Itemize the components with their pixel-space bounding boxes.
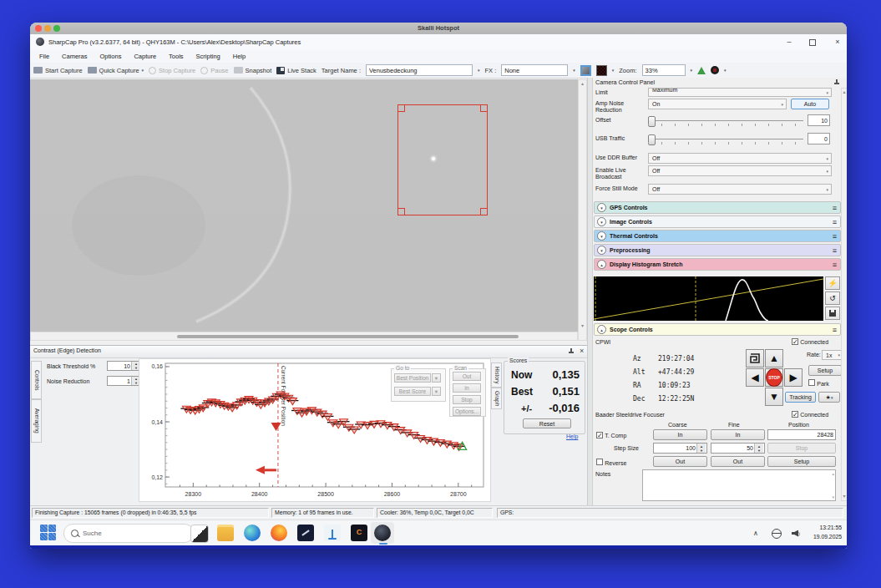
slew-stop-button[interactable]: STOP (765, 368, 783, 387)
control-select-1[interactable]: On▾ (648, 99, 787, 109)
histogram-tool-icon[interactable] (697, 67, 706, 74)
pause-button[interactable]: Pause (200, 67, 228, 74)
sharpcap-titlebar[interactable]: SharpCap Pro (v3.2.6377, 64 bit) - QHY16… (30, 34, 847, 51)
histogram-stretch-display[interactable] (594, 276, 823, 321)
control-select-6[interactable]: Off▾ (648, 184, 832, 195)
scroll-up-icon[interactable]: ▴ (579, 80, 586, 88)
planetarium-app-icon[interactable] (297, 525, 314, 541)
chevron-down-icon[interactable]: ▾ (573, 68, 575, 73)
reticle-tool-icon[interactable] (711, 66, 719, 74)
focuser-stop-button[interactable]: Stop (767, 443, 836, 454)
horizontal-scroll-thumb[interactable] (177, 335, 519, 338)
file-explorer-icon[interactable] (217, 525, 234, 541)
cpwi-app-icon[interactable]: C (351, 525, 367, 541)
taskbar-search[interactable]: Suche (63, 524, 194, 543)
start-button[interactable] (40, 525, 57, 541)
selection-handle[interactable] (397, 208, 405, 215)
host-titlebar[interactable]: Skalli Hotspot (30, 23, 847, 35)
auto-stretch-button[interactable]: ⚡ (825, 276, 840, 290)
pin-icon[interactable] (568, 348, 575, 355)
edge-browser-icon[interactable] (244, 525, 261, 541)
taskbar-clock[interactable]: 13:21:55 19.09.2025 (813, 524, 842, 542)
speaker-icon[interactable]: ) (792, 520, 800, 546)
control-select-4[interactable]: Off▾ (648, 153, 832, 164)
black-threshold-input[interactable]: 10 ▲▼ (107, 361, 142, 371)
chevron-down-icon[interactable]: ▾ (478, 68, 480, 73)
section-scope-controls[interactable]: ▴ Scope Controls ≡ (594, 323, 841, 336)
mono-display-swatch[interactable] (580, 65, 591, 76)
focuser-position-field[interactable]: 28428 (767, 429, 836, 440)
start-capture-button[interactable]: Start Capture (33, 67, 83, 74)
fine-step-input[interactable]: 50 ▲▼ (711, 443, 765, 454)
park-checkbox[interactable]: Park (808, 379, 829, 388)
scores-reset-button[interactable]: Reset (523, 418, 571, 428)
scan-in-button[interactable]: In (453, 383, 481, 393)
firefox-icon[interactable] (271, 525, 287, 541)
chevron-down-icon[interactable]: ▾ (724, 68, 727, 73)
tab-history[interactable]: History (491, 362, 502, 388)
section-image-controls[interactable]: ▾Image Controls≡ (594, 215, 841, 228)
section-thermal-controls[interactable]: ▾Thermal Controls≡ (594, 230, 841, 242)
close-icon[interactable]: × (580, 347, 584, 355)
slider-value-2[interactable]: 10 (808, 114, 830, 126)
task-view-icon[interactable] (190, 525, 209, 543)
slew-left-button[interactable]: ◀ (746, 368, 764, 387)
spiral-search-button[interactable] (746, 349, 764, 368)
spinner-arrows-icon[interactable]: ▲▼ (754, 444, 763, 453)
section-menu-icon[interactable]: ≡ (833, 232, 837, 241)
section-display-histogram-stretch[interactable]: ▴Display Histogram Stretch≡ (594, 258, 841, 271)
zoom-select[interactable]: 33% (642, 64, 686, 76)
fine-out-button[interactable]: Out (711, 456, 765, 467)
slew-right-button[interactable]: ▶ (784, 368, 803, 387)
menu-item-file[interactable]: File (39, 53, 49, 60)
menu-item-options[interactable]: Options (100, 53, 122, 60)
tcomp-checkbox[interactable]: ✓ T. Comp (596, 432, 626, 439)
control-select-0[interactable]: Maximum▾ (648, 88, 832, 97)
scan-stop-button[interactable]: Stop (453, 395, 481, 404)
help-link[interactable]: Help (566, 433, 578, 439)
network-globe-icon[interactable] (772, 520, 782, 546)
section-menu-icon[interactable]: ≡ (833, 218, 837, 226)
selection-handle[interactable] (480, 208, 488, 215)
chevron-down-icon[interactable]: ▾ (612, 68, 615, 73)
horizontal-scrollbar[interactable] (30, 332, 578, 341)
scroll-up-icon[interactable]: ▴ (842, 89, 847, 96)
goto-best-position-button[interactable]: Best Position (394, 373, 431, 383)
auto-button[interactable]: Auto (791, 99, 829, 109)
tab-graph[interactable]: Graph (491, 388, 502, 409)
stop-capture-button[interactable]: Stop Capture (149, 67, 195, 74)
noise-reduction-input[interactable]: 1 ▲▼ (107, 376, 142, 386)
restore-button[interactable] (803, 37, 822, 48)
spinner-arrows-icon[interactable]: ▲▼ (696, 444, 706, 453)
focuser-setup-button[interactable]: Setup (767, 456, 836, 467)
menu-item-cameras[interactable]: Cameras (62, 53, 87, 60)
selection-handle[interactable] (397, 104, 405, 112)
goto-best-score-button[interactable]: Best Score (394, 387, 431, 396)
coarse-in-button[interactable]: In (653, 429, 707, 440)
reset-stretch-button[interactable]: ↺ (825, 291, 840, 305)
bayer-display-swatch[interactable] (596, 65, 607, 76)
section-menu-icon[interactable]: ≡ (833, 246, 837, 255)
focuser-connected-checkbox[interactable]: ✓ Connected (792, 411, 828, 418)
focus-selection-rectangle[interactable] (397, 104, 488, 215)
vertical-scrollbar[interactable]: ▴ ▾ (578, 79, 587, 341)
antenna-network-icon[interactable] (324, 525, 341, 541)
menu-item-tools[interactable]: Tools (169, 53, 184, 60)
tray-chevron[interactable]: ∧ (753, 520, 758, 546)
section-menu-icon[interactable]: ≡ (833, 261, 837, 269)
section-menu-icon[interactable]: ≡ (833, 326, 837, 334)
sharpcap-taskbar-icon[interactable] (374, 525, 391, 541)
reverse-checkbox[interactable]: Reverse (596, 459, 626, 467)
tab-averaging[interactable]: Averaging (31, 399, 42, 443)
focus-panel-header[interactable]: Contrast (Edge) Detection × (30, 346, 587, 358)
fine-in-button[interactable]: In (711, 429, 765, 440)
coarse-out-button[interactable]: Out (653, 456, 707, 467)
panel-scrollbar[interactable]: ▴ ▾ (841, 88, 847, 501)
chevron-down-icon[interactable]: ▾ (432, 373, 441, 383)
fx-select[interactable]: None (501, 64, 568, 76)
favorites-button[interactable]: ★▾ (818, 392, 840, 403)
minimize-button[interactable]: – (780, 37, 798, 48)
slew-down-button[interactable]: ▼ (765, 388, 783, 406)
snapshot-button[interactable]: Snapshot (234, 67, 272, 74)
section-menu-icon[interactable]: ≡ (833, 204, 837, 212)
